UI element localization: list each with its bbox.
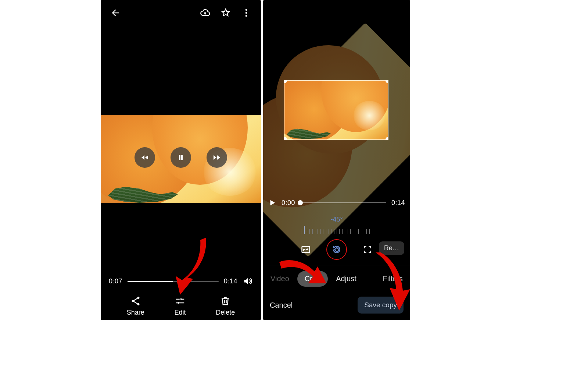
scrubber-row: 0:07 0:14 bbox=[109, 276, 253, 286]
rewind-button[interactable] bbox=[135, 147, 155, 168]
rotation-angle-label: -45° bbox=[263, 216, 410, 223]
rotate-icon bbox=[331, 244, 342, 255]
cloud-upload-icon bbox=[200, 8, 210, 18]
cloud-upload-button[interactable] bbox=[198, 6, 212, 20]
share-label: Share bbox=[127, 309, 144, 316]
aspect-ratio-icon bbox=[301, 244, 311, 255]
scrubber-track[interactable] bbox=[128, 281, 219, 282]
more-vert-icon bbox=[241, 8, 251, 18]
tab-crop[interactable]: Crop bbox=[297, 271, 328, 287]
time-current: 0:07 bbox=[109, 277, 122, 285]
svg-rect-6 bbox=[302, 247, 310, 252]
editor-scrubber-knob[interactable] bbox=[298, 200, 303, 205]
rewind-icon bbox=[140, 153, 149, 162]
tab-filters[interactable]: Filters bbox=[383, 275, 403, 283]
bottom-action-bar: Share Edit Delete bbox=[101, 296, 261, 316]
time-duration: 0:14 bbox=[224, 277, 237, 285]
rotation-dial[interactable] bbox=[263, 224, 410, 234]
svg-point-1 bbox=[245, 12, 247, 14]
crop-rectangle[interactable] bbox=[284, 80, 388, 140]
editor-scrubber-track[interactable] bbox=[300, 202, 386, 203]
edit-button[interactable]: Edit bbox=[174, 296, 186, 316]
back-arrow-icon bbox=[110, 8, 121, 18]
svg-point-2 bbox=[245, 15, 247, 17]
reset-button[interactable]: Re… bbox=[379, 241, 404, 255]
editor-footer: Cancel Save copy bbox=[263, 297, 410, 314]
svg-rect-7 bbox=[334, 247, 339, 252]
phone-editor: 0:00 0:14 -45° Re… Video Crop Adjust bbox=[263, 0, 410, 320]
fullscreen-crop-button[interactable] bbox=[359, 241, 376, 258]
phone-viewer: 0:07 0:14 Share Edit Delete bbox=[101, 0, 261, 320]
scrubber-progress bbox=[128, 281, 173, 282]
tune-icon bbox=[175, 296, 186, 307]
volume-icon[interactable] bbox=[243, 276, 253, 286]
cancel-button[interactable]: Cancel bbox=[270, 301, 293, 309]
share-icon bbox=[130, 296, 141, 307]
edit-label: Edit bbox=[174, 309, 186, 316]
star-outline-icon bbox=[220, 8, 231, 18]
editor-tabs: Video Crop Adjust Filters bbox=[263, 271, 410, 287]
delete-label: Delete bbox=[216, 309, 235, 316]
rotate-button[interactable] bbox=[326, 239, 347, 260]
playback-controls bbox=[101, 147, 261, 168]
play-icon[interactable] bbox=[268, 199, 276, 207]
crop-handle-bottom-left[interactable] bbox=[284, 137, 287, 140]
svg-point-0 bbox=[245, 9, 247, 11]
crop-handle-bottom-right[interactable] bbox=[386, 137, 388, 140]
aspect-ratio-button[interactable] bbox=[297, 241, 315, 258]
tab-video[interactable]: Video bbox=[270, 275, 289, 283]
save-copy-button[interactable]: Save copy bbox=[358, 297, 404, 314]
editor-playbar: 0:00 0:14 bbox=[268, 199, 405, 207]
share-button[interactable]: Share bbox=[127, 296, 144, 316]
divider bbox=[263, 265, 410, 265]
pause-icon bbox=[176, 153, 185, 162]
overflow-menu-button[interactable] bbox=[239, 6, 254, 20]
back-button[interactable] bbox=[108, 6, 123, 20]
delete-button[interactable]: Delete bbox=[216, 296, 235, 316]
forward-button[interactable] bbox=[207, 147, 227, 168]
app-bar bbox=[101, 0, 261, 26]
expand-icon bbox=[363, 245, 372, 254]
editor-time-current: 0:00 bbox=[282, 199, 295, 207]
pause-button[interactable] bbox=[171, 147, 191, 168]
tab-adjust[interactable]: Adjust bbox=[336, 275, 356, 283]
favorite-button[interactable] bbox=[218, 6, 233, 20]
trash-icon bbox=[220, 296, 231, 307]
fast-forward-icon bbox=[212, 153, 221, 162]
editor-time-duration: 0:14 bbox=[391, 199, 405, 207]
